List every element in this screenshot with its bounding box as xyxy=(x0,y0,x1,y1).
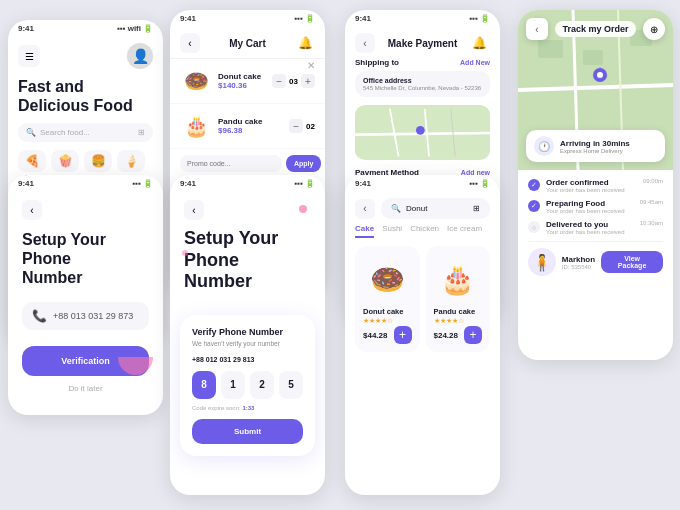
arriving-label: Arriving in 30mins xyxy=(560,139,630,148)
step-dot-3: ○ xyxy=(528,221,540,233)
tab-sushi[interactable]: Sushi xyxy=(382,224,402,238)
search-placeholder: Search food... xyxy=(40,128,90,137)
cart-back-btn[interactable]: ‹ xyxy=(180,33,200,53)
search-result-pandu[interactable]: 🎂 Pandu cake ★★★★☆ $24.28 + xyxy=(426,246,491,352)
pandu-minus-btn[interactable]: − xyxy=(289,119,303,133)
add-donut-search-btn[interactable]: + xyxy=(394,326,412,344)
signal-icon-7: ▪▪▪ xyxy=(469,179,478,188)
step-info-3: Delivered to you Your order has been rec… xyxy=(546,220,634,235)
time-1: 9:41 xyxy=(18,24,34,33)
status-icons-5: ▪▪▪ 🔋 xyxy=(132,179,153,188)
svg-point-16 xyxy=(597,72,603,78)
rider-id: ID: 535540 xyxy=(562,264,595,270)
add-new-shipping-btn[interactable]: Add New xyxy=(460,59,490,66)
icecream-icon: 🍦 xyxy=(117,150,145,172)
otp-box-1[interactable]: 8 xyxy=(192,371,216,399)
promo-input[interactable] xyxy=(180,155,282,172)
remove-donut-btn[interactable]: ✕ xyxy=(307,60,315,71)
otp-row[interactable]: 8 1 2 5 xyxy=(192,371,303,399)
step-time-2: 09:45am xyxy=(640,199,663,205)
cart-pandu-price: $96.38 xyxy=(218,126,283,135)
locate-icon[interactable]: ⊕ xyxy=(643,18,665,40)
verify-sub: We haven't verify your number xyxy=(192,339,303,348)
cart-title: My Cart xyxy=(229,38,266,49)
filter-icon[interactable]: ⊞ xyxy=(473,204,480,213)
search-donut-price: $44.28 xyxy=(363,331,387,340)
search-back-btn[interactable]: ‹ xyxy=(355,199,375,219)
step-dot-2: ✓ xyxy=(528,200,540,212)
otp-box-2[interactable]: 1 xyxy=(221,371,245,399)
search-icon-7: 🔍 xyxy=(391,204,401,213)
bell-icon-3[interactable]: 🔔 xyxy=(470,33,490,53)
shipping-label: Shipping to xyxy=(355,58,399,67)
step-info-2: Preparing Food Your order has been recei… xyxy=(546,199,634,214)
status-icons-3: ▪▪▪ 🔋 xyxy=(469,14,490,23)
arriving-sub: Express Home Delivery xyxy=(560,148,630,154)
donut-plus-btn[interactable]: + xyxy=(301,74,315,88)
status-icons-1: ▪▪▪ wifi 🔋 xyxy=(117,24,153,33)
time-3: 9:41 xyxy=(355,14,371,23)
status-icons-2: ▪▪▪ 🔋 xyxy=(294,14,315,23)
phone-input-row[interactable]: 📞 +88 013 031 29 873 xyxy=(22,302,149,330)
step-name-2: Preparing Food xyxy=(546,199,634,208)
screen-search-donut: 9:41 ▪▪▪ 🔋 ‹ 🔍 Donut ⊞ Cake Sushi Chicke… xyxy=(345,175,500,495)
menu-icon[interactable]: ☰ xyxy=(18,45,40,67)
otp-box-3[interactable]: 2 xyxy=(250,371,274,399)
verify-phone: +88 012 031 29 813 xyxy=(192,356,303,363)
tab-cake[interactable]: Cake xyxy=(355,224,374,238)
search-pandu-price: $24.28 xyxy=(434,331,458,340)
rider-name: Markhon xyxy=(562,255,595,264)
verify-title: Verify Phone Number xyxy=(192,327,303,337)
otp-box-4[interactable]: 5 xyxy=(279,371,303,399)
back-btn-5[interactable]: ‹ xyxy=(22,200,42,220)
expire-time: 1:33 xyxy=(242,405,254,411)
payment-back-btn[interactable]: ‹ xyxy=(355,33,375,53)
grid-icon[interactable]: ⊞ xyxy=(138,128,145,137)
battery-icon-6: 🔋 xyxy=(305,179,315,188)
back-btn-6[interactable]: ‹ xyxy=(184,200,204,220)
search-full[interactable]: 🔍 Donut ⊞ xyxy=(381,198,490,219)
promo-row: Apply xyxy=(170,149,325,178)
status-bar-2: 9:41 ▪▪▪ 🔋 xyxy=(170,10,325,25)
phone-number: +88 013 031 29 873 xyxy=(53,311,133,321)
home-title: Fast and Delicious Food xyxy=(18,77,153,115)
cart-pandu-info: Pandu cake $96.38 xyxy=(218,117,283,135)
tab-chicken[interactable]: Chicken xyxy=(410,224,439,238)
battery-icon: 🔋 xyxy=(143,24,153,33)
add-pandu-search-btn[interactable]: + xyxy=(464,326,482,344)
search-pandu-img: 🎂 xyxy=(434,254,483,304)
track-header: ‹ Track my Order ⊕ xyxy=(518,18,673,40)
pandu-qty-ctrl[interactable]: − 02 xyxy=(289,119,315,133)
step-desc-2: Your order has been received xyxy=(546,208,634,214)
cart-donut-price: $140.36 xyxy=(218,81,266,90)
map-area xyxy=(355,105,490,160)
view-package-button[interactable]: View Package xyxy=(601,251,663,273)
time-7: 9:41 xyxy=(355,179,371,188)
signal-icon-5: ▪▪▪ xyxy=(132,179,141,188)
tab-icecream[interactable]: Ice cream xyxy=(447,224,482,238)
bell-icon[interactable]: 🔔 xyxy=(295,33,315,53)
avatar[interactable]: 👤 xyxy=(127,43,153,69)
search-bar[interactable]: 🔍 Search food... ⊞ xyxy=(18,123,153,142)
apply-button[interactable]: Apply xyxy=(286,155,321,172)
donut-minus-btn[interactable]: − xyxy=(272,74,286,88)
skip-link[interactable]: Do it later xyxy=(22,384,149,393)
battery-icon-7: 🔋 xyxy=(480,179,490,188)
rider-avatar: 🧍 xyxy=(528,248,556,276)
address-card: Office address 545 Michelle Dr, Columnbe… xyxy=(355,71,490,97)
arrival-info: Arriving in 30mins Express Home Delivery xyxy=(560,139,630,154)
submit-otp-button[interactable]: Submit xyxy=(192,419,303,444)
search-header: ‹ 🔍 Donut ⊞ xyxy=(345,190,500,224)
step-desc-3: Your order has been received xyxy=(546,229,634,235)
search-pandu-bottom: $24.28 + xyxy=(434,326,483,344)
donut-qty-ctrl[interactable]: − 03 + xyxy=(272,74,315,88)
track-back-btn[interactable]: ‹ xyxy=(526,18,548,40)
screen-track: ‹ Track my Order ⊕ 🕐 Arriving in 30mins … xyxy=(518,10,673,360)
payment-header: ‹ Make Payment 🔔 xyxy=(345,25,500,58)
pandu-qty-num: 02 xyxy=(306,122,315,131)
cart-item-pandu: 🎂 Pandu cake $96.38 − 02 xyxy=(170,104,325,149)
arrival-card: 🕐 Arriving in 30mins Express Home Delive… xyxy=(526,130,665,162)
search-result-donut[interactable]: 🍩 Donut cake ★★★★☆ $44.28 + xyxy=(355,246,420,352)
step-delivered: ○ Delivered to you Your order has been r… xyxy=(528,220,663,235)
status-bar-1: 9:41 ▪▪▪ wifi 🔋 xyxy=(8,20,163,35)
